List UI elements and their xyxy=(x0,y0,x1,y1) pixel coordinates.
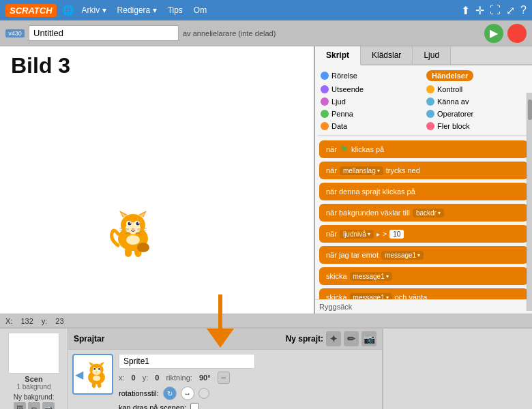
key-dropdown[interactable]: mellanslag xyxy=(340,166,383,175)
new-sprite-camera-icon[interactable]: 📷 xyxy=(361,331,376,346)
kontroll-dot xyxy=(426,85,434,93)
scroll-thumb[interactable] xyxy=(528,100,532,120)
stage-area[interactable]: Bild 3 xyxy=(0,46,315,314)
rotation-style-row: rotationsstil: ↻ ↔ xyxy=(119,387,378,400)
sound-threshold-input[interactable]: 10 xyxy=(389,230,404,239)
category-fler-block[interactable]: Fler block xyxy=(425,121,528,131)
rotate-none-button[interactable] xyxy=(198,388,209,399)
svg-rect-18 xyxy=(125,247,132,257)
sprite-thumbnail[interactable]: ◀ xyxy=(72,354,113,395)
block-receive-message[interactable]: när jag tar emot message1 xyxy=(319,246,528,264)
block-key-press[interactable]: när mellanslag trycks ned xyxy=(319,162,528,179)
can-drag-checkbox[interactable] xyxy=(190,403,199,409)
top-right-controls: ⬆ ✛ ⛶ ⤢ ? xyxy=(461,4,527,17)
utseende-label: Utseende xyxy=(331,85,364,93)
new-sprite-controls: Ny sprajt: ✦ ✏ 📷 xyxy=(286,331,376,346)
help-icon[interactable]: ? xyxy=(520,4,527,16)
can-drag-label: kan dras på scenen: xyxy=(119,404,186,410)
bg-edit-icon[interactable]: ✏ xyxy=(28,402,40,409)
message-dropdown-2[interactable]: message1 xyxy=(350,272,392,281)
nar-label-2: när xyxy=(326,166,337,175)
receive-label: när jag tar emot xyxy=(326,251,379,259)
topbar: SCRATCH 🌐 Arkiv ▾ Redigera ▾ Tips Om ⬆ ✛… xyxy=(0,0,532,20)
block-send-wait[interactable]: skicka message1 och vänta xyxy=(319,288,528,299)
block-nar-label: när xyxy=(326,145,337,153)
add-icon[interactable]: ✛ xyxy=(475,4,484,17)
block-sprite-click[interactable]: när denna sprajt klickas på xyxy=(319,183,528,200)
menu-tips[interactable]: Tips xyxy=(165,4,186,16)
version-badge: v430 xyxy=(5,29,25,37)
kanna-av-dot xyxy=(426,97,434,106)
tab-ljud[interactable]: Ljud xyxy=(413,46,451,64)
category-rorelse[interactable]: Rörelse xyxy=(319,70,422,82)
category-data[interactable]: Data xyxy=(319,121,422,131)
ny-sprajt-label: Ny sprajt: xyxy=(286,334,323,344)
rotation-style-label: rotationsstil: xyxy=(119,389,159,397)
rotate-lr-button[interactable]: ↔ xyxy=(181,387,194,400)
x-label: x: xyxy=(119,374,125,382)
menu-om[interactable]: Om xyxy=(191,4,209,16)
expand-icon[interactable]: ⤢ xyxy=(506,4,515,17)
fullscreen-icon[interactable]: ⛶ xyxy=(490,4,501,16)
rotate-all-button[interactable]: ↻ xyxy=(163,387,177,400)
sound-dropdown[interactable]: ljudnivå xyxy=(340,230,374,239)
menu-arkiv[interactable]: Arkiv ▾ xyxy=(79,4,109,16)
y-label: y: xyxy=(143,374,149,382)
block-bg-switch[interactable]: när bakgrunden växlar till backdr xyxy=(319,204,528,222)
y-coord-label: y: xyxy=(42,317,48,325)
sprite-on-stage[interactable] xyxy=(106,208,160,259)
ljud-dot xyxy=(321,97,329,106)
bg-camera-icon[interactable]: 📷 xyxy=(42,402,55,409)
tab-skript[interactable]: Skript xyxy=(315,46,361,65)
sprite-back-arrow[interactable]: ◀ xyxy=(75,368,83,381)
block-flag-click[interactable]: när ⚑ klickas på xyxy=(319,140,528,158)
svg-point-21 xyxy=(126,235,140,245)
bg-switch-label: när bakgrunden växlar till xyxy=(326,209,410,217)
block-categories: Rörelse Händelser Utseende Kontroll Ljud… xyxy=(315,65,532,135)
panel-scrollbar[interactable] xyxy=(527,93,532,311)
message-dropdown-3[interactable]: message1 xyxy=(350,293,392,300)
secondbar: v430 av annelielarare (inte delad) ▶ xyxy=(0,20,532,46)
green-flag-button[interactable]: ▶ xyxy=(484,24,503,43)
bg-paint-icon[interactable]: 🖼 xyxy=(14,402,26,409)
sprite-props: x: 0 y: 0 riktning: 90° − xyxy=(119,372,378,384)
category-kanna-av[interactable]: Känna av xyxy=(425,97,528,106)
scene-thumbnail[interactable] xyxy=(8,333,59,374)
sprite-y: 0 xyxy=(155,374,159,382)
scratch-logo[interactable]: SCRATCH xyxy=(5,4,57,17)
category-operatorer[interactable]: Operatorer xyxy=(425,109,528,119)
category-utseende[interactable]: Utseende xyxy=(319,85,422,94)
new-sprite-star-icon[interactable]: ✦ xyxy=(326,331,341,346)
scene-label: Scen xyxy=(25,375,42,383)
skicka-label-2: skicka xyxy=(326,293,347,299)
sprite-content: ◀ xyxy=(68,350,382,409)
svg-rect-34 xyxy=(91,382,95,388)
message-dropdown-1[interactable]: message1 xyxy=(381,251,424,260)
rorelse-label: Rörelse xyxy=(331,72,357,80)
project-title-input[interactable] xyxy=(29,25,179,41)
stop-button[interactable] xyxy=(507,24,527,43)
globe-icon[interactable]: 🌐 xyxy=(62,5,74,16)
svg-point-12 xyxy=(138,222,139,224)
operatorer-dot xyxy=(426,110,434,118)
upload-icon[interactable]: ⬆ xyxy=(461,4,470,17)
menu-redigera[interactable]: Redigera ▾ xyxy=(115,4,160,16)
tabs: Skript Klädslar Ljud xyxy=(315,46,532,65)
category-handelser[interactable]: Händelser xyxy=(425,70,528,82)
category-kontroll[interactable]: Kontroll xyxy=(425,85,528,94)
bg-icons: 🖼 ✏ 📷 xyxy=(14,402,55,409)
sprite-direction: 90° xyxy=(199,374,211,382)
skicka-label-1: skicka xyxy=(326,272,347,280)
sprite-name-input[interactable] xyxy=(119,354,255,369)
block-klickas-label: klickas på xyxy=(351,145,384,153)
tab-kladslar[interactable]: Klädslar xyxy=(361,46,413,64)
category-ljud[interactable]: Ljud xyxy=(319,97,422,106)
svg-point-30 xyxy=(93,367,95,369)
minus-button[interactable]: − xyxy=(218,372,230,384)
svg-point-20 xyxy=(137,243,149,252)
block-sound-level[interactable]: när ljudnivå ▸ > 10 xyxy=(319,225,528,243)
bg-dropdown[interactable]: backdr xyxy=(413,209,444,217)
category-penna[interactable]: Penna xyxy=(319,109,422,119)
new-sprite-brush-icon[interactable]: ✏ xyxy=(344,331,359,346)
block-send-message[interactable]: skicka message1 xyxy=(319,267,528,285)
